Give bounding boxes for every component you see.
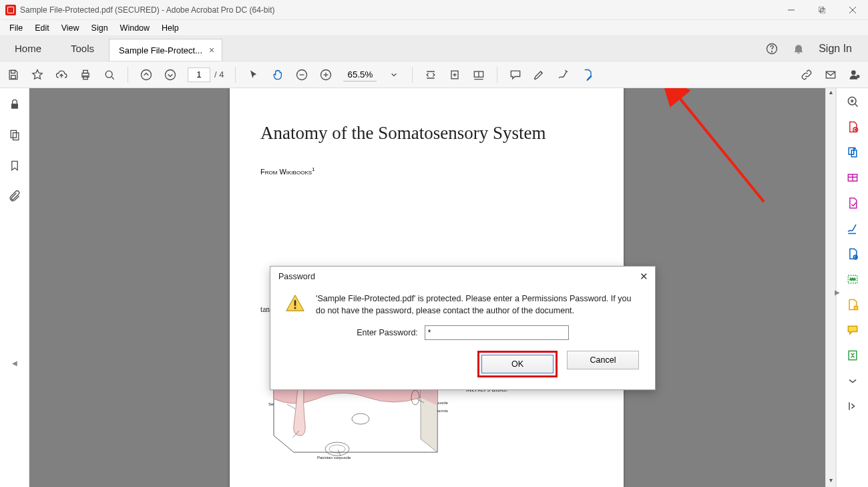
svg-point-15 bbox=[166, 69, 176, 79]
toolbar-separator bbox=[497, 67, 497, 83]
svg-rect-27 bbox=[11, 130, 16, 138]
comment-tool-icon[interactable] bbox=[846, 323, 859, 337]
ok-button[interactable]: OK bbox=[481, 355, 554, 373]
svg-rect-8 bbox=[11, 75, 16, 78]
menu-help[interactable]: Help bbox=[156, 22, 184, 34]
footnote: 1 The following description is based on … bbox=[230, 475, 624, 487]
tab-home[interactable]: Home bbox=[0, 36, 56, 61]
redact-icon[interactable] bbox=[846, 273, 859, 286]
lock-icon[interactable] bbox=[8, 98, 21, 111]
svg-rect-72 bbox=[849, 278, 855, 280]
left-rail-collapse-icon[interactable]: ◀ bbox=[12, 359, 17, 487]
thumbnails-icon[interactable] bbox=[8, 128, 21, 142]
sign-in-link[interactable]: Sign In bbox=[819, 43, 852, 55]
select-tool-icon[interactable] bbox=[247, 68, 260, 82]
scroll-down-icon[interactable]: ▾ bbox=[829, 476, 833, 487]
password-label: Enter Password: bbox=[357, 328, 418, 337]
share-link-icon[interactable] bbox=[800, 68, 813, 82]
help-icon[interactable] bbox=[765, 42, 779, 55]
page-number-input[interactable] bbox=[188, 67, 210, 82]
svg-rect-10 bbox=[83, 70, 88, 73]
share-people-icon[interactable] bbox=[848, 68, 861, 82]
window-close-button[interactable] bbox=[837, 0, 868, 20]
dialog-message: 'Sample File-Protected.pdf' is protected… bbox=[316, 293, 640, 317]
toolbar-separator bbox=[235, 67, 236, 83]
page-indicator: / 4 bbox=[188, 67, 224, 82]
star-icon[interactable] bbox=[31, 68, 44, 82]
password-dialog: Password ✕ 'Sample File-Protected.pdf' i… bbox=[270, 266, 656, 390]
svg-point-6 bbox=[772, 51, 773, 51]
hand-tool-icon[interactable] bbox=[271, 68, 284, 82]
window-titlebar: Sample File-Protected.pdf (SECURED) - Ad… bbox=[0, 0, 868, 20]
page-down-icon[interactable] bbox=[164, 68, 177, 82]
highlight-icon[interactable] bbox=[533, 68, 546, 82]
search-tools-icon[interactable] bbox=[846, 95, 859, 108]
create-pdf-icon[interactable] bbox=[846, 120, 859, 134]
export-pdf-icon[interactable] bbox=[846, 196, 859, 210]
bookmark-icon[interactable] bbox=[8, 159, 21, 172]
document-tab[interactable]: Sample File-Protect... × bbox=[109, 39, 222, 61]
right-tools-rail: ▶ bbox=[836, 88, 868, 487]
search-zoom-icon[interactable] bbox=[103, 68, 116, 82]
svg-rect-28 bbox=[13, 133, 18, 140]
toolbar-separator bbox=[128, 67, 128, 83]
compress-icon[interactable] bbox=[846, 349, 859, 362]
menu-window[interactable]: Window bbox=[115, 22, 155, 34]
comment-icon[interactable] bbox=[509, 68, 522, 82]
combine-files-icon[interactable] bbox=[846, 146, 859, 159]
page-up-icon[interactable] bbox=[140, 68, 153, 82]
document-tab-close-icon[interactable]: × bbox=[209, 45, 214, 55]
sign-tool-icon[interactable] bbox=[846, 222, 859, 235]
read-mode-icon[interactable] bbox=[472, 68, 485, 82]
zoom-value-input[interactable] bbox=[343, 68, 377, 82]
cloud-upload-icon[interactable] bbox=[55, 68, 68, 82]
document-canvas[interactable]: Anatomy of the Somatosensory System From… bbox=[29, 88, 825, 487]
page-total-label: / 4 bbox=[214, 69, 224, 79]
more-tools-icon[interactable] bbox=[846, 374, 859, 387]
workspace: ◀ Anatomy of the Somatosensory System Fr… bbox=[0, 88, 868, 487]
save-icon[interactable] bbox=[7, 68, 20, 82]
svg-point-14 bbox=[142, 69, 152, 79]
dialog-close-icon[interactable]: ✕ bbox=[640, 271, 648, 283]
svg-rect-26 bbox=[11, 104, 18, 109]
zoom-out-icon[interactable] bbox=[295, 68, 308, 82]
tab-tools[interactable]: Tools bbox=[56, 36, 109, 61]
collapse-right-rail-icon[interactable] bbox=[846, 399, 859, 413]
window-minimize-button[interactable] bbox=[776, 0, 807, 20]
protect-icon[interactable] bbox=[846, 298, 859, 311]
cancel-button[interactable]: Cancel bbox=[567, 351, 639, 369]
menu-sign[interactable]: Sign bbox=[86, 22, 114, 34]
password-input[interactable] bbox=[425, 325, 569, 340]
window-maximize-button[interactable] bbox=[807, 0, 837, 20]
edit-pdf-icon[interactable] bbox=[581, 68, 594, 82]
svg-rect-59 bbox=[294, 307, 296, 309]
menu-edit[interactable]: Edit bbox=[29, 22, 55, 34]
zoom-dropdown-icon[interactable] bbox=[387, 68, 401, 82]
fit-page-icon[interactable] bbox=[448, 68, 461, 82]
menu-view[interactable]: View bbox=[56, 22, 85, 34]
svg-line-60 bbox=[677, 95, 764, 202]
email-icon[interactable] bbox=[824, 68, 837, 82]
print-icon[interactable] bbox=[79, 68, 92, 82]
svg-point-24 bbox=[851, 70, 856, 75]
right-rail-collapse-handle[interactable]: ▶ bbox=[835, 289, 840, 296]
scroll-up-icon[interactable]: ▴ bbox=[829, 88, 833, 99]
fit-width-icon[interactable] bbox=[424, 68, 437, 82]
sign-pen-icon[interactable] bbox=[557, 68, 570, 82]
svg-rect-7 bbox=[11, 70, 15, 73]
bell-icon[interactable] bbox=[792, 42, 805, 55]
document-heading: Anatomy of the Somatosensory System bbox=[230, 88, 624, 149]
organize-pages-icon[interactable] bbox=[846, 247, 859, 261]
document-source-line: From Wikibooks1 bbox=[230, 149, 624, 176]
left-nav-rail: ◀ bbox=[0, 88, 29, 487]
attachment-icon[interactable] bbox=[8, 190, 21, 203]
edit-text-icon[interactable] bbox=[846, 171, 859, 184]
vertical-scrollbar[interactable]: ▴ ▾ bbox=[825, 88, 836, 487]
menubar: File Edit View Sign Window Help bbox=[0, 20, 868, 36]
menu-file[interactable]: File bbox=[4, 22, 28, 34]
svg-text:Pacinian corpuscle: Pacinian corpuscle bbox=[317, 456, 351, 460]
dialog-title-label: Password bbox=[278, 272, 315, 281]
main-toolbar: / 4 bbox=[0, 61, 868, 88]
zoom-in-icon[interactable] bbox=[319, 68, 333, 82]
svg-line-62 bbox=[855, 104, 857, 106]
